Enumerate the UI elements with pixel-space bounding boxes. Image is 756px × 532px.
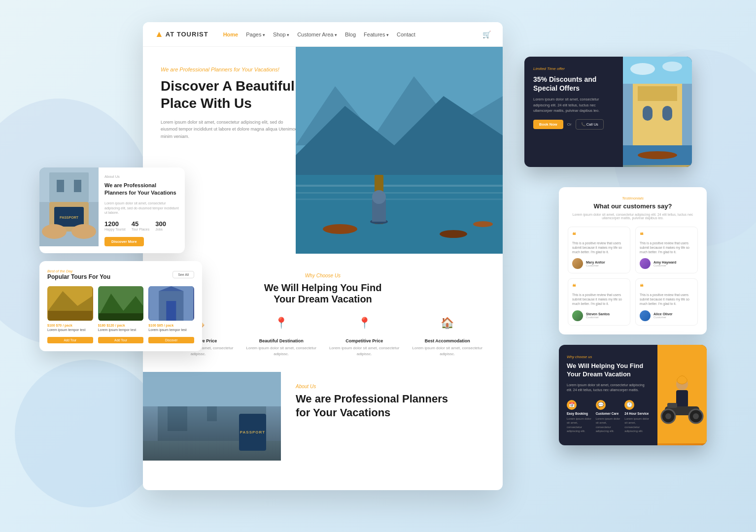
svg-point-31 [662,62,682,71]
testimonial-2: ❝ This is a positive review that users s… [568,278,630,325]
stat-num-2: 300 [155,220,166,228]
nav-pages[interactable]: Pages [246,32,265,37]
tour-item-1: $180 $120 / pack Lorem ipsum tempor test… [98,286,144,343]
about-card-inner: PASSPORT About Us We are Professional Pl… [39,167,185,253]
svg-text:PASSPORT: PASSPORT [60,216,79,219]
stats-row: 1200 Happy Tourist 45 Tour Places 300 Jo… [104,220,179,231]
about-image: PASSPORT [143,372,281,461]
stat-label-0: Happy Tourist [104,228,126,231]
cart-icon[interactable]: 🛒 [482,31,491,38]
stat-tourists: 1200 Happy Tourist [104,220,126,231]
popular-tours-card: Best of the Day Popular Tours For You Se… [39,261,202,351]
testimonials-grid: ❝ This is a positive review that users s… [568,227,698,326]
add-tour-button-1[interactable]: Add Tour [98,337,144,343]
tour-name-1: Lorem ipsum tempor test [98,328,144,332]
nav-shop[interactable]: Shop [273,32,289,37]
about-content: About Us We are Professional Planners fo… [281,372,503,461]
svg-rect-20 [143,372,281,406]
discover-more-button[interactable]: Discover More [104,237,144,246]
why-tag: Why Choose Us [161,273,485,278]
svg-point-36 [42,224,67,239]
nav-items: Home Pages Shop Customer Area Blog Featu… [223,32,415,37]
svg-point-37 [71,224,96,239]
testimonials-desc: Lorem ipsum dolor sit amet, consectetur … [568,213,698,220]
why-dark-content: Why choose us We Will Helping You Find Y… [559,345,657,445]
about-card-image: PASSPORT [39,167,99,246]
see-all-button[interactable]: See All [172,271,194,278]
call-us-button[interactable]: 📞 Call Us [576,119,604,130]
why-feature-name-1: Customer Care [596,412,621,415]
brand-icon: ▲ [155,29,164,39]
nav-contact[interactable]: Contact [397,32,415,37]
hero-tagline: We are Professional Planners for Your Va… [161,66,313,72]
nav-customer[interactable]: Customer Area [297,32,337,37]
svg-point-30 [630,63,655,75]
stat-label-2: Jobs [155,228,166,231]
discount-desc: Lorem ipsum dolor sit amet, consectetur … [533,97,614,113]
svg-rect-6 [296,199,503,200]
add-tour-button-2[interactable]: Discover [148,337,194,343]
nav-home[interactable]: Home [223,32,239,37]
feature-3-name: Best Accommodation [410,338,485,343]
navbar: ▲ AT TOURIST Home Pages Shop Customer Ar… [143,22,503,47]
or-label: Or [567,122,572,127]
stat-num-1: 45 [132,220,150,228]
svg-point-12 [440,230,467,238]
stat-num-0: 1200 [104,220,126,228]
svg-point-13 [473,221,493,227]
author-role-2: Customer [586,316,610,319]
why-dark-card: Why choose us We Will Helping You Find Y… [559,345,707,445]
tour-price-1: $180 $120 / pack [98,324,144,327]
tour-name-0: Lorem ipsum tempor test [47,328,93,332]
svg-point-11 [323,224,357,234]
tours-header-left: Best of the Day Popular Tours For You [47,269,110,280]
svg-rect-26 [662,106,672,121]
testimonial-0: ❝ This is a positive review that users s… [568,227,630,273]
discount-content: Limited Time offer 35% Discounts and Spe… [524,57,623,167]
hour-icon: 🕐 [624,400,634,410]
feature-accommodation: 🏠 Best Accommodation Lorem ipsum dolor s… [410,317,485,357]
tour-name-2: Lorem ipsum tempor test [148,328,194,332]
svg-rect-39 [49,172,89,202]
hero-title: Discover A Beautiful Place With Us [161,77,299,112]
svg-rect-25 [643,106,653,121]
svg-rect-24 [638,86,677,101]
nav-features[interactable]: Features [364,32,389,37]
tour-item-0: $100 $70 / pack Lorem ipsum tempor test … [47,286,93,343]
svg-rect-5 [296,192,503,194]
why-feature-2: 🕐 24 Hour Service Lorem ipsum dolor sit … [624,400,650,433]
stat-label-1: Tour Places [132,228,150,231]
tours-badge: Best of the Day [47,269,110,273]
why-feature-desc-1: Lorem ipsum dolor sit amet, consectetur … [596,417,621,433]
add-tour-button-0[interactable]: Add Tour [47,337,93,343]
author-info-1: Amy Hayward Customer [653,261,676,267]
about-card-label: About Us [104,174,179,179]
review-text-3: This is a positive review that users sub… [640,293,693,306]
about-title: We are Professional Planners for Your Va… [296,392,488,419]
avatar-3 [640,310,651,321]
discount-buttons: Book Now Or 📞 Call Us [533,119,614,130]
feature-1-name: Beautiful Destination [244,338,319,343]
testimonials-card: Testimonials What our customers say? Lor… [559,187,707,334]
feature-3-desc: Lorem ipsum dolor sit amet, consectetur … [410,345,485,357]
tour-item-2: $100 $85 / pack Lorem ipsum tempor test … [148,286,194,343]
passport-shape: PASSPORT [239,414,266,451]
testimonials-tag: Testimonials [568,196,698,200]
features-grid: 🏷️ Competitive Price Lorem ipsum dolor s… [161,317,485,357]
book-now-button[interactable]: Book Now [533,120,563,129]
author-name-1: Amy Hayward [653,261,676,264]
main-card: ▲ AT TOURIST Home Pages Shop Customer Ar… [143,22,503,490]
why-feature-desc-2: Lorem ipsum dolor sit amet, consectetur … [624,417,650,433]
discount-badge: Limited Time offer [533,66,614,71]
svg-rect-47 [99,313,143,321]
why-feature-name-2: 24 Hour Service [624,412,650,415]
comp-icon: 📍 [355,317,373,334]
stat-jobs: 300 Jobs [155,220,166,231]
why-feature-0: 📅 Easy Booking Lorem ipsum dolor sit ame… [567,400,592,433]
author-info-0: Mary Anitor Customer [586,261,605,267]
tour-price-2: $100 $85 / pack [148,324,194,327]
avatar-1 [640,258,651,269]
svg-rect-51 [167,301,176,321]
nav-blog[interactable]: Blog [345,32,356,37]
author-name-3: Alice Oliver [653,312,673,316]
